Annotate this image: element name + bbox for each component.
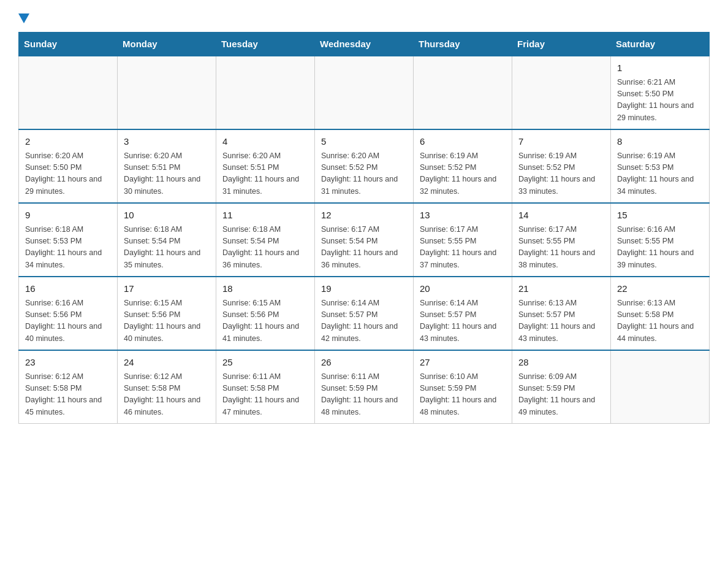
- day-info: Sunset: 5:57 PM: [321, 309, 407, 321]
- day-info: Sunset: 5:59 PM: [518, 383, 604, 394]
- day-info: Daylight: 11 hours and 39 minutes.: [617, 247, 703, 271]
- calendar-cell: 23Sunrise: 6:12 AMSunset: 5:58 PMDayligh…: [19, 350, 118, 424]
- day-number: 7: [518, 135, 604, 149]
- day-info: Sunset: 5:56 PM: [25, 309, 111, 321]
- calendar-cell: 12Sunrise: 6:17 AMSunset: 5:54 PMDayligh…: [315, 203, 414, 277]
- day-info: Daylight: 11 hours and 42 minutes.: [321, 321, 407, 345]
- calendar-cell: [19, 56, 118, 129]
- day-info: Daylight: 11 hours and 38 minutes.: [518, 247, 604, 271]
- day-info: Daylight: 11 hours and 40 minutes.: [25, 321, 111, 345]
- day-info: Daylight: 11 hours and 36 minutes.: [321, 247, 407, 271]
- day-info: Sunrise: 6:18 AM: [124, 224, 210, 236]
- header-saturday: Saturday: [611, 33, 710, 56]
- svg-marker-0: [18, 13, 29, 23]
- calendar-cell: 11Sunrise: 6:18 AMSunset: 5:54 PMDayligh…: [216, 203, 315, 277]
- calendar-cell: 4Sunrise: 6:20 AMSunset: 5:51 PMDaylight…: [216, 129, 315, 203]
- day-info: Sunrise: 6:17 AM: [420, 224, 506, 236]
- day-info: Sunrise: 6:20 AM: [321, 150, 407, 162]
- day-info: Sunset: 5:50 PM: [25, 162, 111, 174]
- day-info: Daylight: 11 hours and 29 minutes.: [617, 100, 703, 124]
- day-info: Sunset: 5:52 PM: [518, 162, 604, 174]
- calendar-cell: 19Sunrise: 6:14 AMSunset: 5:57 PMDayligh…: [315, 277, 414, 350]
- day-info: Sunrise: 6:12 AM: [25, 371, 111, 383]
- day-info: Daylight: 11 hours and 49 minutes.: [518, 394, 604, 418]
- day-number: 8: [617, 135, 703, 149]
- day-info: Sunset: 5:54 PM: [321, 236, 407, 247]
- day-info: Daylight: 11 hours and 32 minutes.: [420, 174, 506, 197]
- day-info: Sunrise: 6:17 AM: [518, 224, 604, 236]
- header-monday: Monday: [118, 33, 216, 56]
- day-info: Sunset: 5:52 PM: [420, 162, 506, 174]
- day-info: Daylight: 11 hours and 34 minutes.: [617, 174, 703, 197]
- calendar-cell: [512, 56, 611, 129]
- day-info: Sunset: 5:55 PM: [420, 236, 506, 247]
- day-number: 18: [222, 282, 308, 296]
- day-info: Sunset: 5:58 PM: [617, 309, 703, 321]
- day-info: Sunrise: 6:09 AM: [518, 371, 604, 383]
- day-info: Daylight: 11 hours and 37 minutes.: [420, 247, 506, 271]
- day-info: Sunset: 5:56 PM: [222, 309, 308, 321]
- day-info: Sunset: 5:58 PM: [222, 383, 308, 394]
- day-info: Daylight: 11 hours and 48 minutes.: [420, 394, 506, 418]
- calendar-cell: 17Sunrise: 6:15 AMSunset: 5:56 PMDayligh…: [118, 277, 216, 350]
- calendar-cell: [118, 56, 216, 129]
- day-info: Daylight: 11 hours and 33 minutes.: [518, 174, 604, 197]
- day-info: Sunrise: 6:16 AM: [617, 224, 703, 236]
- calendar-week-row: 23Sunrise: 6:12 AMSunset: 5:58 PMDayligh…: [19, 350, 710, 424]
- calendar-cell: 13Sunrise: 6:17 AMSunset: 5:55 PMDayligh…: [414, 203, 512, 277]
- day-info: Daylight: 11 hours and 41 minutes.: [222, 321, 308, 345]
- calendar-week-row: 2Sunrise: 6:20 AMSunset: 5:50 PMDaylight…: [19, 129, 710, 203]
- calendar-cell: 2Sunrise: 6:20 AMSunset: 5:50 PMDaylight…: [19, 129, 118, 203]
- weekday-header-row: Sunday Monday Tuesday Wednesday Thursday…: [19, 33, 710, 56]
- day-info: Sunset: 5:51 PM: [222, 162, 308, 174]
- day-info: Sunset: 5:59 PM: [420, 383, 506, 394]
- calendar-table: Sunday Monday Tuesday Wednesday Thursday…: [18, 32, 710, 424]
- day-number: 12: [321, 209, 407, 223]
- day-info: Sunrise: 6:15 AM: [222, 297, 308, 309]
- calendar-cell: 21Sunrise: 6:13 AMSunset: 5:57 PMDayligh…: [512, 277, 611, 350]
- day-info: Daylight: 11 hours and 31 minutes.: [222, 174, 308, 197]
- day-number: 16: [25, 282, 111, 296]
- day-number: 22: [617, 282, 703, 296]
- calendar-cell: 5Sunrise: 6:20 AMSunset: 5:52 PMDaylight…: [315, 129, 414, 203]
- day-number: 10: [124, 209, 210, 223]
- day-info: Sunrise: 6:18 AM: [222, 224, 308, 236]
- day-info: Daylight: 11 hours and 45 minutes.: [25, 394, 111, 418]
- calendar-cell: 6Sunrise: 6:19 AMSunset: 5:52 PMDaylight…: [414, 129, 512, 203]
- day-number: 3: [124, 135, 210, 149]
- calendar-cell: 14Sunrise: 6:17 AMSunset: 5:55 PMDayligh…: [512, 203, 611, 277]
- day-number: 2: [25, 135, 111, 149]
- calendar-cell: [611, 350, 710, 424]
- day-info: Sunset: 5:53 PM: [25, 236, 111, 247]
- calendar-cell: 15Sunrise: 6:16 AMSunset: 5:55 PMDayligh…: [611, 203, 710, 277]
- calendar-cell: 26Sunrise: 6:11 AMSunset: 5:59 PMDayligh…: [315, 350, 414, 424]
- day-info: Sunrise: 6:11 AM: [321, 371, 407, 383]
- day-number: 4: [222, 135, 308, 149]
- day-info: Sunrise: 6:19 AM: [518, 150, 604, 162]
- header-friday: Friday: [512, 33, 611, 56]
- day-info: Sunset: 5:58 PM: [124, 383, 210, 394]
- day-number: 6: [420, 135, 506, 149]
- day-info: Sunset: 5:50 PM: [617, 88, 703, 100]
- calendar-cell: 7Sunrise: 6:19 AMSunset: 5:52 PMDaylight…: [512, 129, 611, 203]
- day-info: Daylight: 11 hours and 47 minutes.: [222, 394, 308, 418]
- day-info: Sunset: 5:55 PM: [518, 236, 604, 247]
- day-number: 14: [518, 209, 604, 223]
- day-info: Sunrise: 6:13 AM: [617, 297, 703, 309]
- calendar-cell: 10Sunrise: 6:18 AMSunset: 5:54 PMDayligh…: [118, 203, 216, 277]
- day-number: 20: [420, 282, 506, 296]
- day-info: Daylight: 11 hours and 36 minutes.: [222, 247, 308, 271]
- calendar-cell: 18Sunrise: 6:15 AMSunset: 5:56 PMDayligh…: [216, 277, 315, 350]
- calendar-cell: 20Sunrise: 6:14 AMSunset: 5:57 PMDayligh…: [414, 277, 512, 350]
- calendar-cell: 9Sunrise: 6:18 AMSunset: 5:53 PMDaylight…: [19, 203, 118, 277]
- day-info: Daylight: 11 hours and 35 minutes.: [124, 247, 210, 271]
- day-number: 19: [321, 282, 407, 296]
- calendar-cell: 24Sunrise: 6:12 AMSunset: 5:58 PMDayligh…: [118, 350, 216, 424]
- day-info: Sunrise: 6:19 AM: [420, 150, 506, 162]
- day-info: Sunset: 5:56 PM: [124, 309, 210, 321]
- page-header: [18, 12, 710, 26]
- day-info: Sunset: 5:57 PM: [420, 309, 506, 321]
- day-info: Sunset: 5:54 PM: [222, 236, 308, 247]
- day-info: Daylight: 11 hours and 43 minutes.: [518, 321, 604, 345]
- calendar-cell: 16Sunrise: 6:16 AMSunset: 5:56 PMDayligh…: [19, 277, 118, 350]
